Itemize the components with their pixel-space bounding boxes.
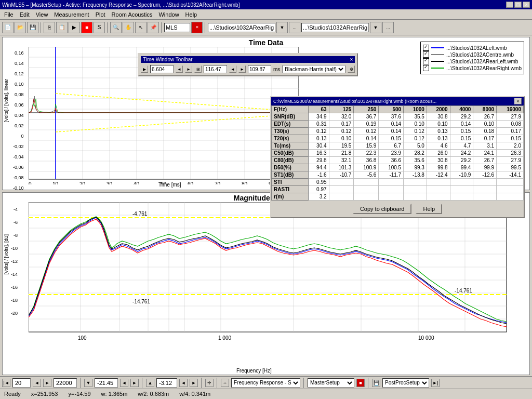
tb-browse1-btn[interactable]: ... [289, 22, 300, 33]
minimize-button[interactable]: _ [506, 2, 513, 8]
ra-row-3-col-7: 0.17 [473, 135, 497, 142]
ra-help-btn[interactable]: Help [416, 204, 442, 214]
svg-text:10: 10 [52, 181, 59, 184]
menu-help[interactable]: Help [182, 10, 201, 19]
ra-copy-btn[interactable]: Copy to clipboard [353, 204, 412, 214]
ra-row-2-col-6: 0.15 [450, 128, 473, 135]
ra-row-9-col-6 [450, 179, 473, 186]
tb-path1-btn[interactable]: ▼ [276, 22, 288, 33]
tw-right-btn[interactable]: ► [185, 65, 192, 73]
tb-save-btn[interactable]: 💾 [27, 22, 38, 33]
legend-item-2: ...\Studios\1032ARearLeft.wmb [423, 58, 522, 64]
postproc-select[interactable]: PostProcSetup [382, 378, 429, 388]
ra-row-0-col-6: 29.2 [450, 113, 473, 121]
tw-title-bar: Time Window Toolbar × [141, 56, 355, 63]
sb-nav-btn[interactable]: ↔ [221, 379, 229, 387]
sb-value2[interactable]: 22000 [54, 378, 77, 388]
tw-left-btn[interactable]: ◄ [176, 65, 183, 73]
sb-down-btn[interactable]: ▼ [84, 379, 92, 387]
path1-input[interactable] [208, 23, 275, 32]
legend-color-1 [431, 54, 444, 55]
tb-browse2-btn[interactable]: ... [382, 22, 394, 33]
sb-red-btn[interactable]: ■ [356, 379, 365, 387]
tw-value3[interactable] [248, 65, 271, 73]
menu-window[interactable]: Window [155, 10, 182, 19]
menu-measurement[interactable]: Measurement [51, 10, 92, 19]
ra-row-1-col-8: 0.08 [497, 121, 524, 128]
ra-close-btn[interactable]: × [514, 98, 522, 104]
tb-x-btn[interactable]: ✕ [191, 22, 203, 33]
menu-edit[interactable]: Edit [17, 10, 33, 19]
ra-row-0-col-4: 35.5 [404, 113, 427, 121]
tw-left2-btn[interactable]: ◄ [229, 65, 236, 73]
ra-row-7-col-6: 99.4 [450, 164, 473, 171]
sb-inc2-btn[interactable]: ► [130, 379, 139, 387]
ra-row-6-col-3: 36.6 [379, 157, 404, 164]
freq-response-chart: -4.761 -14.761 -14.761 100 1 000 10 000 [29, 202, 525, 347]
ra-row-10-col-2 [354, 186, 379, 193]
maximize-button[interactable]: □ [514, 2, 522, 8]
legend-check-0[interactable] [423, 45, 429, 51]
sb-up-btn[interactable]: ▲ [146, 379, 154, 387]
ra-row-9-col-7 [473, 179, 497, 186]
tb-paste-btn[interactable]: 📋 [56, 22, 68, 33]
tw-play-btn[interactable]: ▶ [141, 65, 148, 73]
sb-dec2-btn[interactable]: ◄ [120, 379, 128, 387]
path2-input[interactable] [301, 23, 369, 32]
tw-expand-btn[interactable]: ⊞ [194, 65, 202, 73]
ra-header-5: 1000 [404, 106, 427, 113]
legend-check-2[interactable] [423, 58, 429, 64]
tw-value1[interactable] [150, 65, 174, 73]
tb-pan-btn[interactable]: ✋ [123, 22, 134, 33]
sb-dec3-btn[interactable]: ◄ [179, 379, 188, 387]
setup-select[interactable]: MasterSetup [308, 378, 354, 388]
ra-row-10-col-3 [379, 186, 404, 193]
tb-measure-btn[interactable]: ▶ [69, 22, 80, 33]
legend-check-3[interactable] [423, 65, 429, 71]
ra-row-7-col-1: 101.3 [329, 164, 354, 171]
tw-window-select[interactable]: Blackman-Harris (half) [282, 65, 345, 73]
sb-inc-btn[interactable]: ► [43, 379, 51, 387]
ra-row-9-col-5 [427, 179, 450, 186]
sb-left-btn[interactable]: |◄ [2, 379, 10, 387]
tb-stop-btn[interactable]: ■ [81, 22, 92, 33]
tw-right2-btn[interactable]: ► [238, 65, 246, 73]
legend-check-1[interactable] [423, 51, 429, 58]
tb-copy-btn[interactable]: ⎘ [44, 22, 55, 33]
svg-text:40: 40 [134, 181, 140, 184]
time-x-axis-title: Time [ms] [158, 182, 181, 188]
ra-row-1-col-4: 0.10 [404, 121, 427, 128]
sb-last-btn[interactable]: ►| [431, 379, 440, 387]
sb-value4[interactable]: -3.12 [156, 378, 177, 388]
coord-w2: w/2: 0.683m [138, 391, 169, 397]
tw-value2[interactable] [204, 65, 227, 73]
sb-inc3-btn[interactable]: ► [190, 379, 198, 387]
sb-value1[interactable]: 20 [12, 378, 31, 388]
ra-row-10-col-1 [329, 186, 354, 193]
mls-input[interactable] [164, 23, 190, 32]
menu-room-acoustics[interactable]: Room Acoustics [109, 10, 156, 19]
tw-settings-btn[interactable]: ⚙ [348, 65, 355, 73]
ra-row-6-col-5: 30.8 [427, 157, 450, 164]
tb-zoom-btn[interactable]: 🔍 [110, 22, 122, 33]
menu-view[interactable]: View [33, 10, 51, 19]
ra-row-8-col-0: -1.6 [308, 171, 329, 179]
ra-table: F(Hz) 63 125 250 500 1000 2000 4000 8000… [271, 105, 524, 201]
ra-row-11-col-8 [497, 193, 524, 201]
sb-floppy-btn[interactable]: 💾 [372, 379, 380, 387]
ra-row-9-col-3 [379, 179, 404, 186]
sb-value3[interactable]: -21.45 [95, 378, 118, 388]
tb-marker-btn[interactable]: 📌 [148, 22, 159, 33]
tb-open-btn[interactable]: 📂 [15, 22, 26, 33]
menu-file[interactable]: File [1, 10, 17, 19]
sb-cross-btn[interactable]: ✛ [205, 379, 214, 387]
menu-plot[interactable]: Plot [92, 10, 109, 19]
close-button[interactable]: × [523, 2, 530, 8]
sb-dec-btn[interactable]: ◄ [33, 379, 41, 387]
tb-solo-btn[interactable]: S [94, 22, 105, 33]
mode-select[interactable]: Frequency Response - S [231, 378, 300, 388]
tw-close[interactable]: × [350, 57, 353, 62]
tb-new-btn[interactable]: 📄 [2, 22, 14, 33]
tb-path2-btn[interactable]: ▼ [370, 22, 381, 33]
tb-cursor-btn[interactable]: ↖ [135, 22, 147, 33]
